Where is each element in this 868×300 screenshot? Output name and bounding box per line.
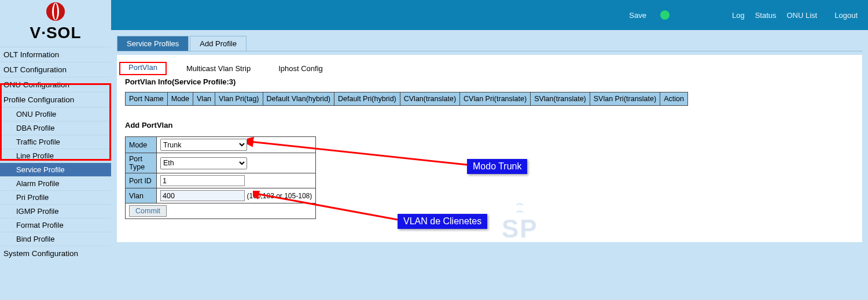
col-cvlan: CVlan(translate)	[400, 92, 459, 106]
add-portvlan-form: Mode Trunk Port Type Eth Port ID Vlan	[125, 136, 316, 219]
col-cvlan-pri: CVlan Pri(translate)	[460, 92, 531, 106]
tab-multicast-vlan-strip[interactable]: Multicast Vlan Strip	[178, 62, 259, 75]
port-id-input[interactable]	[160, 175, 245, 186]
col-svlan: SVlan(translate)	[531, 92, 590, 106]
sidebar-item-olt-information[interactable]: OLT Information	[0, 47, 111, 62]
brand-name: V·SOL	[0, 24, 111, 42]
brand-logo: V·SOL	[0, 0, 111, 47]
sidebar-item-onu-configuration[interactable]: ONU Configuration	[0, 77, 111, 92]
tab-add-profile[interactable]: Add Profile	[190, 36, 247, 51]
save-link[interactable]: Save	[629, 11, 646, 20]
mode-select[interactable]: Trunk	[160, 139, 247, 151]
tab-portvlan[interactable]: PortVlan	[120, 61, 165, 74]
sidebar-sub-service-profile[interactable]: Service Profile	[0, 162, 111, 176]
label-mode: Mode	[126, 137, 157, 153]
sidebar-sub-igmp-profile[interactable]: IGMP Profile	[0, 204, 111, 218]
sidebar-sub-format-profile[interactable]: Format Profile	[0, 218, 111, 232]
commit-button[interactable]: Commit	[129, 205, 167, 217]
logout-link[interactable]: Logout	[834, 11, 858, 20]
portvlan-info-title: PortVlan Info(Service Profile:3)	[125, 77, 862, 86]
content-wrap: Service Profiles Add Profile PortVlan Mu…	[111, 30, 868, 300]
sidebar-item-profile-configuration[interactable]: Profile Configuration	[0, 92, 111, 107]
sidebar: V·SOL OLT Information OLT Configuration …	[0, 0, 111, 300]
col-def-vlan: Default Vlan(hybrid)	[263, 92, 334, 106]
status-link[interactable]: Status	[755, 11, 777, 20]
annotation-vlan-clientes: VLAN de Clienetes	[398, 214, 487, 229]
port-type-select[interactable]: Eth	[160, 157, 247, 169]
watermark-icon: ⌢⌢ SP	[502, 199, 538, 243]
secondary-tabs: PortVlan Multicast Vlan Strip Iphost Con…	[119, 62, 862, 75]
col-mode: Mode	[167, 92, 193, 106]
svg-point-2	[54, 3, 57, 20]
col-def-pri: Default Pri(hybrid)	[334, 92, 400, 106]
logo-icon	[45, 1, 66, 24]
log-link[interactable]: Log	[732, 11, 745, 20]
page-body: PortVlan Multicast Vlan Strip Iphost Con…	[117, 55, 862, 242]
portvlan-info-table: Port Name Mode Vlan Vlan Pri(tag) Defaul…	[125, 92, 688, 106]
app-root: V·SOL OLT Information OLT Configuration …	[0, 0, 868, 300]
sidebar-item-olt-configuration[interactable]: OLT Configuration	[0, 62, 111, 77]
add-portvlan-title: Add PortVlan	[125, 121, 862, 129]
col-port-name: Port Name	[126, 92, 168, 106]
annotation-portvlan-redbox: PortVlan	[119, 62, 167, 75]
sidebar-sub-alarm-profile[interactable]: Alarm Profile	[0, 176, 111, 190]
status-indicator-icon	[660, 10, 670, 20]
sidebar-sub-dba-profile[interactable]: DBA Profile	[0, 121, 111, 135]
sidebar-sub-traffic-profile[interactable]: Traffic Profile	[0, 135, 111, 149]
primary-tabs: Service Profiles Add Profile	[117, 36, 862, 51]
label-vlan: Vlan	[126, 188, 157, 203]
vlan-input[interactable]	[160, 190, 245, 201]
sidebar-sub-onu-profile[interactable]: ONU Profile	[0, 107, 111, 121]
col-svlan-pri: SVlan Pri(translate)	[590, 92, 660, 106]
col-vlan-pri: Vlan Pri(tag)	[215, 92, 263, 106]
tab-iphost-config[interactable]: Iphost Config	[270, 62, 331, 75]
sidebar-item-system-configuration[interactable]: System Configuration	[0, 246, 111, 261]
topbar: Save Log Status ONU List Logout	[111, 0, 868, 30]
col-vlan: Vlan	[193, 92, 215, 106]
table-header-row: Port Name Mode Vlan Vlan Pri(tag) Defaul…	[126, 92, 688, 106]
sidebar-sub-bind-profile[interactable]: Bind Profile	[0, 232, 111, 246]
sidebar-sub-line-profile[interactable]: Line Profile	[0, 149, 111, 162]
onu-list-link[interactable]: ONU List	[787, 11, 818, 20]
tab-service-profiles[interactable]: Service Profiles	[117, 36, 189, 51]
label-port-id: Port ID	[126, 173, 157, 188]
vlan-hint: (100,103 or 105-108)	[247, 192, 312, 200]
main-area: Save Log Status ONU List Logout Service …	[111, 0, 868, 300]
label-port-type: Port Type	[126, 153, 157, 173]
annotation-modo-trunk: Modo Trunk	[467, 159, 527, 174]
col-action: Action	[660, 92, 688, 106]
sidebar-sub-pri-profile[interactable]: Pri Profile	[0, 190, 111, 204]
